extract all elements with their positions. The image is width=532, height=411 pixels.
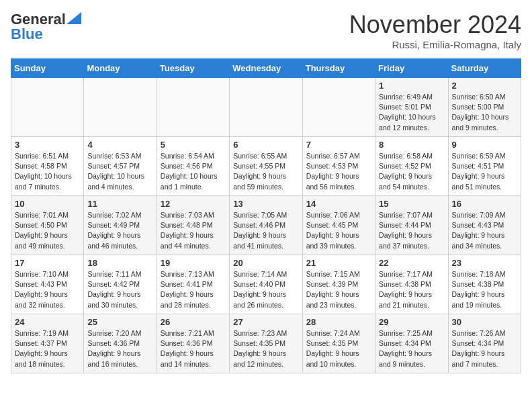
calendar-cell: 9Sunrise: 6:59 AM Sunset: 4:51 PM Daylig… [448,137,521,196]
calendar-cell: 5Sunrise: 6:54 AM Sunset: 4:56 PM Daylig… [157,137,229,196]
day-number: 28 [306,317,371,327]
day-number: 18 [87,258,152,268]
calendar-cell [157,78,229,137]
header-sunday: Sunday [11,59,84,78]
calendar-cell: 13Sunrise: 7:05 AM Sunset: 4:46 PM Dayli… [230,196,302,255]
calendar-cell: 17Sunrise: 7:10 AM Sunset: 4:43 PM Dayli… [11,255,84,314]
calendar-cell: 8Sunrise: 6:58 AM Sunset: 4:52 PM Daylig… [375,137,448,196]
day-number: 5 [161,140,226,150]
calendar-week-1: 1Sunrise: 6:49 AM Sunset: 5:01 PM Daylig… [11,78,521,137]
day-number: 2 [452,81,517,91]
day-number: 21 [306,258,371,268]
day-info: Sunrise: 7:03 AM Sunset: 4:48 PM Dayligh… [161,210,226,251]
calendar-cell: 6Sunrise: 6:55 AM Sunset: 4:55 PM Daylig… [230,137,302,196]
logo-icon [66,12,81,24]
calendar-cell: 20Sunrise: 7:14 AM Sunset: 4:40 PM Dayli… [230,255,302,314]
day-info: Sunrise: 7:18 AM Sunset: 4:38 PM Dayligh… [452,269,517,310]
day-number: 27 [233,317,298,327]
day-number: 15 [379,199,444,209]
calendar-cell [302,78,375,137]
day-number: 3 [15,140,80,150]
day-number: 7 [306,140,371,150]
day-info: Sunrise: 7:21 AM Sunset: 4:36 PM Dayligh… [161,328,226,369]
calendar-cell: 25Sunrise: 7:20 AM Sunset: 4:36 PM Dayli… [84,314,157,373]
day-number: 1 [379,81,444,91]
title-area: November 2024 Russi, Emilia-Romagna, Ita… [349,11,521,50]
calendar-cell: 18Sunrise: 7:11 AM Sunset: 4:42 PM Dayli… [84,255,157,314]
calendar-week-5: 24Sunrise: 7:19 AM Sunset: 4:37 PM Dayli… [11,314,521,373]
day-number: 30 [452,317,517,327]
calendar-cell: 19Sunrise: 7:13 AM Sunset: 4:41 PM Dayli… [157,255,229,314]
calendar-cell [11,78,84,137]
day-info: Sunrise: 7:13 AM Sunset: 4:41 PM Dayligh… [161,269,226,310]
calendar-week-4: 17Sunrise: 7:10 AM Sunset: 4:43 PM Dayli… [11,255,521,314]
day-number: 16 [452,199,517,209]
day-info: Sunrise: 7:23 AM Sunset: 4:35 PM Dayligh… [233,328,298,369]
day-info: Sunrise: 6:58 AM Sunset: 4:52 PM Dayligh… [379,151,444,192]
day-info: Sunrise: 7:09 AM Sunset: 4:43 PM Dayligh… [452,210,517,251]
calendar-cell: 30Sunrise: 7:26 AM Sunset: 4:34 PM Dayli… [448,314,521,373]
calendar-header: Sunday Monday Tuesday Wednesday Thursday… [11,59,521,78]
day-number: 4 [87,140,152,150]
day-info: Sunrise: 6:59 AM Sunset: 4:51 PM Dayligh… [452,151,517,192]
day-info: Sunrise: 6:50 AM Sunset: 5:00 PM Dayligh… [452,92,517,133]
calendar-cell: 22Sunrise: 7:17 AM Sunset: 4:38 PM Dayli… [375,255,448,314]
logo: General Blue [11,11,81,43]
day-number: 20 [233,258,298,268]
page-header: General Blue November 2024 Russi, Emilia… [11,11,521,50]
day-number: 14 [306,199,371,209]
calendar-week-3: 10Sunrise: 7:01 AM Sunset: 4:50 PM Dayli… [11,196,521,255]
day-number: 25 [87,317,152,327]
day-info: Sunrise: 6:55 AM Sunset: 4:55 PM Dayligh… [233,151,298,192]
calendar-cell [84,78,157,137]
day-number: 24 [15,317,80,327]
day-info: Sunrise: 6:53 AM Sunset: 4:57 PM Dayligh… [87,151,152,192]
header-tuesday: Tuesday [157,59,229,78]
calendar-cell: 3Sunrise: 6:51 AM Sunset: 4:58 PM Daylig… [11,137,84,196]
day-number: 10 [15,199,80,209]
calendar-cell: 21Sunrise: 7:15 AM Sunset: 4:39 PM Dayli… [302,255,375,314]
calendar-cell: 2Sunrise: 6:50 AM Sunset: 5:00 PM Daylig… [448,78,521,137]
day-info: Sunrise: 7:05 AM Sunset: 4:46 PM Dayligh… [233,210,298,251]
day-number: 23 [452,258,517,268]
calendar-cell: 15Sunrise: 7:07 AM Sunset: 4:44 PM Dayli… [375,196,448,255]
calendar-cell: 27Sunrise: 7:23 AM Sunset: 4:35 PM Dayli… [230,314,302,373]
calendar-cell: 14Sunrise: 7:06 AM Sunset: 4:45 PM Dayli… [302,196,375,255]
header-saturday: Saturday [448,59,521,78]
calendar-cell: 1Sunrise: 6:49 AM Sunset: 5:01 PM Daylig… [375,78,448,137]
day-number: 22 [379,258,444,268]
day-number: 11 [87,199,152,209]
calendar-cell: 11Sunrise: 7:02 AM Sunset: 4:49 PM Dayli… [84,196,157,255]
day-info: Sunrise: 7:10 AM Sunset: 4:43 PM Dayligh… [15,269,80,310]
calendar-cell: 7Sunrise: 6:57 AM Sunset: 4:53 PM Daylig… [302,137,375,196]
calendar-cell: 29Sunrise: 7:25 AM Sunset: 4:34 PM Dayli… [375,314,448,373]
day-info: Sunrise: 6:49 AM Sunset: 5:01 PM Dayligh… [379,92,444,133]
day-info: Sunrise: 6:57 AM Sunset: 4:53 PM Dayligh… [306,151,371,192]
day-number: 29 [379,317,444,327]
day-number: 12 [161,199,226,209]
day-info: Sunrise: 6:51 AM Sunset: 4:58 PM Dayligh… [15,151,80,192]
calendar-week-2: 3Sunrise: 6:51 AM Sunset: 4:58 PM Daylig… [11,137,521,196]
header-wednesday: Wednesday [230,59,302,78]
day-number: 8 [379,140,444,150]
day-number: 13 [233,199,298,209]
calendar-cell: 12Sunrise: 7:03 AM Sunset: 4:48 PM Dayli… [157,196,229,255]
day-number: 26 [161,317,226,327]
logo-blue: Blue [11,26,43,43]
location: Russi, Emilia-Romagna, Italy [349,39,521,50]
day-info: Sunrise: 7:14 AM Sunset: 4:40 PM Dayligh… [233,269,298,310]
calendar-cell: 24Sunrise: 7:19 AM Sunset: 4:37 PM Dayli… [11,314,84,373]
month-title: November 2024 [349,11,521,39]
day-info: Sunrise: 7:07 AM Sunset: 4:44 PM Dayligh… [379,210,444,251]
day-number: 19 [161,258,226,268]
day-info: Sunrise: 7:15 AM Sunset: 4:39 PM Dayligh… [306,269,371,310]
day-info: Sunrise: 7:19 AM Sunset: 4:37 PM Dayligh… [15,328,80,369]
day-info: Sunrise: 7:06 AM Sunset: 4:45 PM Dayligh… [306,210,371,251]
svg-marker-0 [66,12,81,24]
calendar-cell: 23Sunrise: 7:18 AM Sunset: 4:38 PM Dayli… [448,255,521,314]
header-friday: Friday [375,59,448,78]
header-row: Sunday Monday Tuesday Wednesday Thursday… [11,59,521,78]
day-info: Sunrise: 7:24 AM Sunset: 4:35 PM Dayligh… [306,328,371,369]
day-info: Sunrise: 7:26 AM Sunset: 4:34 PM Dayligh… [452,328,517,369]
day-number: 17 [15,258,80,268]
